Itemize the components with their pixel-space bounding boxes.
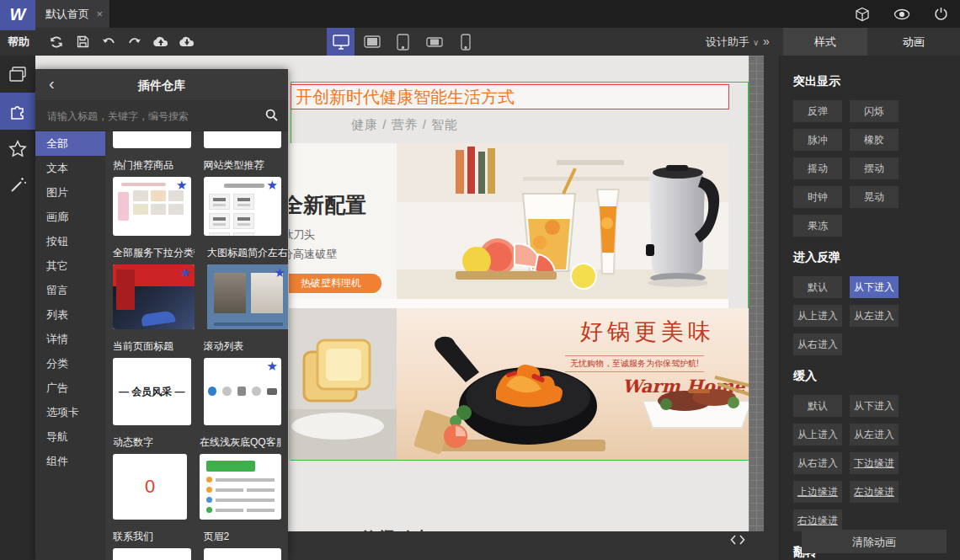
plugin-card[interactable]: ★ [204,177,282,236]
animation-button[interactable]: 从下进入 [850,276,899,298]
plugin-search-input[interactable] [45,105,248,127]
page-tab[interactable]: 默认首页 × [35,0,109,28]
animation-button[interactable]: 从左进入 [850,305,899,327]
plugin-item-label: 大图标题简介左右切... [207,247,288,259]
animation-button[interactable]: 上边缘进 [793,481,842,503]
category-item[interactable]: 按钮 [35,229,105,253]
tab-style[interactable]: 样式 [783,28,867,56]
animation-button[interactable]: 从上进入 [793,305,842,327]
animation-button[interactable]: 晃动 [850,186,899,208]
category-item[interactable]: 留言 [35,278,105,302]
plugin-card[interactable] [113,548,191,560]
plugin-card[interactable] [204,131,282,148]
device-tablet-landscape-button[interactable] [358,28,386,56]
star-icon: ★ [267,360,278,372]
category-item[interactable]: 广告 [35,376,105,400]
tab-animation[interactable]: 动画 [867,28,960,56]
undo-icon[interactable] [100,34,117,51]
category-item[interactable]: 详情 [35,327,105,351]
plugin-item-label: 联系我们 [113,531,191,543]
category-item[interactable]: 图片 [35,180,105,205]
canvas-scrollbar[interactable] [749,56,764,531]
animation-button-grid: 默认从下进入从上进入从左进入从右进入 [793,276,947,355]
category-item[interactable]: 文本 [35,156,105,180]
banner1-button[interactable]: 热破壁料理机 [289,274,381,293]
product-banner-wok[interactable]: 好锅更美味 无忧购物，至诚服务为你保驾护航! Warm Home [397,308,762,460]
animation-button[interactable]: 果冻 [793,215,842,237]
animation-button[interactable]: 从右进入 [793,452,842,474]
save-icon[interactable] [74,34,91,51]
plugin-card[interactable]: ★ [204,358,282,425]
toast-photo[interactable] [289,308,397,460]
plugin-card[interactable]: ★ [113,264,195,329]
refresh-icon[interactable] [48,34,65,51]
animation-button[interactable]: 从右进入 [793,333,842,355]
plugin-item-label: 在线浅灰底QQ客服 [200,436,281,449]
site-headline[interactable]: 开创新时代健康智能生活方式 [291,84,729,109]
favorites-star-icon[interactable] [0,130,35,167]
animation-button[interactable]: 摆动 [850,157,899,179]
category-item[interactable]: 组件 [35,449,105,473]
category-item[interactable]: 导航 [35,424,105,449]
clear-animation-button[interactable]: 清除动画 [802,530,947,553]
animation-button[interactable]: 左边缘进 [850,481,899,503]
animation-button[interactable]: 从下进入 [850,395,899,417]
plugin-card[interactable] [200,454,281,520]
animation-button[interactable]: 下边缘进 [850,452,899,474]
design-assistant-dropdown[interactable]: 设计助手∨ [706,28,759,56]
animation-button[interactable]: 反弹 [793,100,842,122]
page-tab-label: 默认首页 [45,8,89,20]
animation-button[interactable]: 从上进入 [793,424,842,445]
category-item[interactable]: 其它 [35,253,105,278]
plugin-card[interactable] [113,131,191,148]
plugins-puzzle-icon[interactable] [0,93,35,130]
animation-button[interactable]: 右边缘进 [793,509,842,531]
animation-button[interactable]: 时钟 [793,186,842,208]
pages-icon[interactable] [0,56,35,93]
product-banner-kettle[interactable]: 全新配置 钛刀头 分高速破壁 热破壁料理机 [289,143,728,299]
category-item[interactable]: 画廊 [35,205,105,229]
redo-icon[interactable] [126,34,143,51]
panel-title: 插件仓库 [35,69,288,101]
category-item[interactable]: 全部 [35,131,105,156]
device-desktop-button[interactable] [327,28,355,56]
site-subtitle[interactable]: 健康 / 营养 / 智能 [351,117,458,133]
device-phone-landscape-button[interactable] [420,28,448,56]
plugin-card[interactable]: 0 [113,454,187,520]
plugin-item-label: 网站类型推荐 [204,159,282,172]
help-button[interactable]: 帮助 [8,28,29,56]
plugin-card[interactable]: ★ [207,264,288,329]
plugin-card[interactable]: — 会员风采 — [113,358,191,425]
category-item[interactable]: 选项卡 [35,400,105,424]
close-tab-icon[interactable]: × [96,0,103,28]
magic-wand-icon[interactable] [0,167,35,204]
animation-button[interactable]: 闪烁 [850,100,899,122]
plugin-card[interactable] [204,548,282,560]
category-item[interactable]: 分类 [35,351,105,376]
plugin-item-label: 滚动列表 [204,340,282,353]
animation-button[interactable]: 默认 [793,276,842,298]
search-icon[interactable] [265,109,278,125]
animation-button[interactable]: 摇动 [793,157,842,179]
animation-button[interactable]: 默认 [793,395,842,417]
code-view-icon[interactable] [730,533,745,546]
power-icon[interactable] [934,7,948,21]
cloud-download-icon[interactable] [179,34,195,51]
plugin-item: 全部服务下拉分类带...★ [113,247,195,329]
components-cube-icon[interactable] [855,7,870,22]
animation-button[interactable]: 橡胶 [850,129,899,151]
animation-section-title: 进入反弹 [793,250,947,265]
more-chevrons-button[interactable]: » [763,28,770,56]
device-tablet-portrait-button[interactable] [389,28,417,56]
device-phone-portrait-button[interactable] [451,28,479,56]
cloud-upload-icon[interactable] [152,34,169,51]
plugin-card[interactable]: ★ [113,177,191,236]
preview-eye-icon[interactable] [893,8,910,20]
plugin-library-panel: ‹ 插件仓库 全部文本图片画廊按钮其它留言列表详情分类广告选项卡导航组件 热门推… [35,69,288,560]
plugin-item: 动态数字0 [113,436,187,520]
app-logo[interactable]: W [0,0,35,30]
category-item[interactable]: 列表 [35,302,105,327]
animation-button[interactable]: 从左进入 [850,424,899,445]
animation-button[interactable]: 脉冲 [793,129,842,151]
animation-button-grid: 默认从下进入从上进入从左进入从右进入下边缘进上边缘进左边缘进右边缘进 [793,395,947,531]
